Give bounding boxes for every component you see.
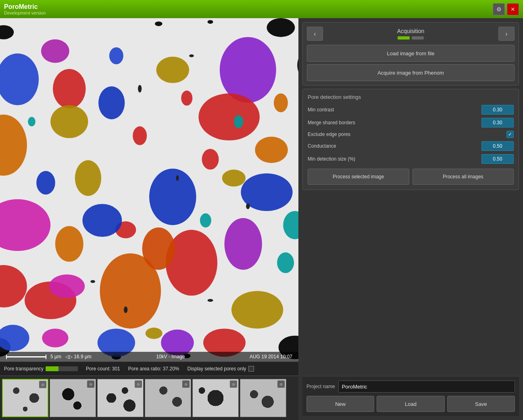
thumbnail-3[interactable]: ⊕: [97, 379, 144, 417]
process-selected-label: Process selected image: [333, 174, 384, 180]
svg-point-14: [53, 69, 86, 109]
image-timestamp: AUG 19 2014 10:07: [250, 354, 292, 359]
indicator-1: [398, 36, 410, 40]
sem-image: [0, 18, 298, 361]
svg-point-50: [222, 169, 246, 186]
thumbnail-2[interactable]: ⊕: [50, 379, 96, 417]
project-buttons: New Load Save: [306, 396, 515, 412]
scale-bar: [6, 356, 46, 357]
svg-point-61: [42, 328, 68, 347]
setting-input-min-contrast[interactable]: [481, 105, 514, 115]
acquire-phenom-label: Acquire image from Phenom: [377, 70, 444, 76]
window-controls: ⚙ ✕: [493, 3, 519, 15]
display-selected-control: Display selected pores only: [188, 366, 254, 372]
svg-point-10: [208, 20, 213, 24]
display-selected-label: Display selected pores only: [188, 366, 246, 372]
app-subtitle: Development version: [4, 10, 46, 15]
image-container[interactable]: 5 µm ◁▷ 16.9 µm 10kV - Image AUG 19 2014…: [0, 18, 298, 361]
thumbnail-6[interactable]: ⊕: [240, 379, 286, 417]
svg-point-18: [98, 86, 125, 119]
setting-label-min-detection: Min detection size (%): [308, 156, 481, 162]
project-name-row: Project name: [306, 380, 515, 393]
transparency-fill: [46, 366, 58, 371]
svg-point-31: [156, 57, 189, 83]
thumbnail-4[interactable]: ⊕: [145, 379, 191, 417]
thumb-icon-3: ⊕: [135, 380, 142, 388]
acquisition-next-button[interactable]: ›: [498, 27, 515, 41]
acquisition-nav: ‹ Acquisition ›: [307, 27, 515, 41]
load-button[interactable]: Load: [377, 396, 444, 412]
load-label: Load: [405, 401, 417, 407]
acquisition-indicators: [323, 36, 498, 40]
pore-settings-section: Pore detection settings Min contrast Mer…: [302, 89, 519, 190]
status-bar: Pore transparency Pore count: 301 Pore a…: [0, 361, 298, 376]
pore-count: Pore count: 301: [86, 366, 120, 372]
svg-point-53: [189, 54, 194, 57]
pore-settings-title: Pore detection settings: [308, 94, 514, 100]
settings-button[interactable]: ⚙: [493, 3, 505, 15]
svg-point-49: [28, 117, 35, 126]
setting-min-contrast: Min contrast: [308, 105, 514, 115]
pore-area-ratio: Pore area ratio: 37.20%: [128, 366, 179, 372]
svg-point-25: [149, 169, 196, 225]
svg-point-28: [255, 137, 288, 163]
svg-point-43: [133, 126, 147, 145]
close-button[interactable]: ✕: [507, 3, 519, 15]
process-selected-button[interactable]: Process selected image: [308, 169, 409, 185]
left-panel: 5 µm ◁▷ 16.9 µm 10kV - Image AUG 19 2014…: [0, 18, 298, 420]
transparency-slider[interactable]: [46, 366, 78, 371]
acquire-phenom-button[interactable]: Acquire image from Phenom: [307, 64, 515, 81]
svg-point-17: [50, 105, 88, 138]
setting-label-conductance: Conductance: [308, 143, 481, 149]
scale-bar-area: 5 µm ◁▷ 16.9 µm: [6, 354, 92, 359]
svg-point-3: [267, 18, 295, 37]
svg-point-55: [246, 203, 250, 209]
app-title: PoroMetric: [4, 3, 46, 10]
setting-input-merge-borders[interactable]: [481, 118, 514, 127]
svg-point-42: [202, 149, 219, 169]
acquisition-title: Acquisition: [323, 28, 498, 40]
display-selected-checkbox[interactable]: [248, 366, 254, 372]
setting-label-min-contrast: Min contrast: [308, 107, 481, 113]
svg-point-56: [90, 280, 95, 283]
setting-label-merge-borders: Merge shared borders: [308, 120, 481, 125]
svg-point-54: [176, 175, 179, 181]
thumbnail-5[interactable]: ⊕: [192, 379, 239, 417]
image-overlay: 5 µm ◁▷ 16.9 µm 10kV - Image AUG 19 2014…: [0, 352, 298, 361]
svg-point-26: [220, 37, 276, 103]
svg-point-27: [198, 94, 260, 141]
process-all-button[interactable]: Process all images: [413, 169, 514, 185]
titlebar: PoroMetric Development version ⚙ ✕: [0, 0, 523, 18]
svg-point-44: [181, 91, 192, 106]
thumb-icon-6: ⊕: [277, 380, 285, 388]
new-label: New: [335, 401, 346, 407]
save-label: Save: [475, 401, 487, 407]
svg-point-63: [274, 94, 288, 113]
new-button[interactable]: New: [306, 396, 374, 412]
load-file-button[interactable]: Load image from file: [307, 45, 515, 62]
thumb-icon-5: ⊕: [230, 380, 237, 388]
save-button[interactable]: Save: [447, 396, 515, 412]
transparency-label: Pore transparency: [4, 366, 44, 372]
scale-label: 5 µm: [50, 354, 61, 359]
setting-checkbox-exclude-edge[interactable]: ✓: [506, 131, 514, 138]
transparency-control[interactable]: Pore transparency: [4, 366, 78, 372]
svg-point-34: [231, 291, 283, 328]
setting-conductance: Conductance: [308, 141, 514, 151]
acquisition-prev-button[interactable]: ‹: [307, 27, 323, 41]
title-group: PoroMetric Development version: [4, 3, 46, 15]
svg-point-9: [155, 21, 163, 26]
right-spacer: [302, 193, 519, 373]
svg-point-47: [200, 213, 211, 228]
project-section: Project name New Load Save: [302, 376, 519, 416]
project-name-input[interactable]: [338, 380, 515, 393]
thumbnail-1[interactable]: ⊕: [2, 379, 48, 417]
main-image: 5 µm ◁▷ 16.9 µm 10kV - Image AUG 19 2014…: [0, 18, 298, 361]
measurement-label: ◁▷ 16.9 µm: [65, 354, 92, 359]
svg-point-39: [55, 226, 83, 262]
thumbnail-strip: ⊕ ⊕ ⊕ ⊕ ⊕ ⊕: [0, 376, 298, 420]
svg-point-52: [138, 85, 142, 93]
setting-input-conductance[interactable]: [481, 141, 514, 151]
setting-input-min-detection[interactable]: [481, 154, 514, 164]
svg-point-16: [41, 39, 69, 63]
